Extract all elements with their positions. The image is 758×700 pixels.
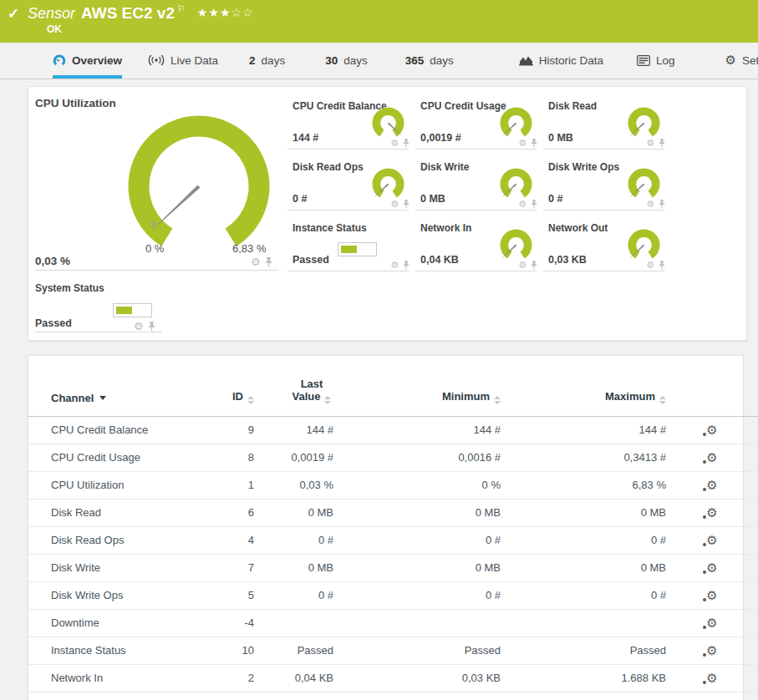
table-row[interactable]: CPU Utilization10,03 %0 %6,83 %⚙ [28,471,758,499]
mini-value: 0,03 KB [548,254,587,266]
mini-title: Network Out [548,222,608,234]
channel-settings-icon[interactable]: ⚙ [518,199,527,210]
tab-label: Live Data [170,54,218,67]
channel-settings-icon[interactable]: ⚙ [134,321,144,332]
column-header-id[interactable]: ID [183,356,254,416]
cell-minimum: 0 MB [333,554,501,581]
table-row[interactable]: Instance Status10PassedPassedPassed⚙ [28,637,758,664]
table-row[interactable]: Downtime-4⚙ [28,609,758,637]
channel-settings-icon[interactable]: ⚙ [390,138,399,149]
edit-channel-gear-icon[interactable]: ⚙ [706,671,717,686]
table-row[interactable]: Disk Write Ops50 #0 #0 #⚙ [28,581,758,609]
pin-icon[interactable] [148,322,155,332]
pin-icon[interactable] [659,139,665,148]
column-header-last-value[interactable]: Last Value [254,356,333,416]
tab-historic-data[interactable]: Historic Data [519,43,603,79]
table-row[interactable]: CPU Credit Usage80,0019 #0,0016 #0,3413 … [28,444,758,471]
tab-settings[interactable]: ⚙Settings [725,43,758,79]
cell-maximum: 0 MB [501,499,666,526]
cell-last-value: 0 MB [254,554,333,581]
cell-last-value: 144 # [254,416,333,444]
tab-overview[interactable]: Overview [53,43,122,79]
table-header-row: Channel ID Last Value Minimum Maximum [28,356,758,416]
tab-365-days[interactable]: 365days [405,43,454,79]
edit-channel-gear-icon[interactable]: ⚙ [706,561,717,576]
channel-settings-icon[interactable]: ⚙ [646,138,654,149]
channel-settings-icon[interactable]: ⚙ [646,260,654,271]
table-row[interactable]: Disk Write70 MB0 MB0 MB⚙ [28,554,758,581]
priority-stars[interactable]: ★★★☆☆ [197,6,254,19]
channel-settings-icon[interactable]: ⚙ [390,199,399,210]
cell-id: 1 [183,471,254,499]
pin-icon[interactable] [403,200,410,209]
pin-icon[interactable] [659,261,665,270]
channel-settings-icon[interactable]: ⚙ [518,260,527,271]
cell-channel: Downtime [28,609,183,637]
mini-panel-instance-status: Instance StatusPassed⚙ [287,215,415,276]
mini-title: Instance Status [293,222,367,234]
cell-last-value: 0 # [254,526,333,554]
channel-settings-icon[interactable]: ⚙ [251,256,261,267]
cell-minimum: 0,0016 # [333,444,501,471]
edit-channel-gear-icon[interactable]: ⚙ [706,588,717,603]
column-header-maximum[interactable]: Maximum [501,356,666,416]
column-header-minimum[interactable]: Minimum [333,356,501,416]
edit-channel-gear-icon[interactable]: ⚙ [706,616,717,631]
cell-maximum: 0 # [501,581,666,609]
page-title: AWS EC2 v2 [81,4,175,22]
channel-settings-icon[interactable]: ⚙ [518,138,527,149]
column-header-channel[interactable]: Channel [28,356,183,416]
cell-channel: Disk Write [28,554,183,581]
mini-title: Network In [420,222,471,234]
tab-number: 365 [405,54,425,67]
mini-value: 0 MB [420,193,445,205]
edit-channel-gear-icon[interactable]: ⚙ [706,478,717,493]
cell-maximum: 1.688 KB [501,664,666,692]
mini-value: 0,0019 # [420,132,461,144]
channel-settings-icon[interactable]: ⚙ [646,199,654,210]
cell-id: 2 [183,664,254,692]
tab-live-data[interactable]: Live Data [148,43,218,79]
pin-icon[interactable] [659,200,665,209]
edit-channel-gear-icon[interactable]: ⚙ [706,505,717,520]
mini-panel-cpu-credit-usage: CPU Credit Usage0,0019 #⚙ [415,93,543,154]
tab-log[interactable]: Log [637,43,675,79]
pin-icon[interactable] [531,200,537,209]
gear-icon: ⚙ [725,53,736,68]
channel-table-panel: Channel ID Last Value Minimum Maximum CP… [28,355,744,700]
pin-icon[interactable] [403,139,410,148]
tab-2-days[interactable]: 2days [249,43,285,79]
channel-settings-icon[interactable]: ⚙ [390,260,399,271]
tab-label: days [430,54,454,67]
table-row[interactable]: Disk Read60 MB0 MB0 MB⚙ [28,499,758,526]
edit-channel-gear-icon[interactable]: ⚙ [706,423,717,438]
cell-id: -4 [183,609,254,637]
pin-icon[interactable] [265,257,272,267]
cell-id: 9 [183,416,254,444]
mini-panel-disk-read: Disk Read0 MB⚙ [543,93,671,154]
cell-maximum: Passed [501,637,666,664]
flag-icon[interactable]: ⚐ [177,3,186,13]
edit-channel-gear-icon[interactable]: ⚙ [706,643,717,658]
mini-title: Disk Read Ops [293,161,364,173]
table-row[interactable]: CPU Credit Balance9144 #144 #144 #⚙ [28,416,758,444]
pin-icon[interactable] [531,139,537,148]
gauge-value: 0,03 % [35,255,70,267]
chart-icon [519,54,533,66]
cell-maximum: 6,83 % [501,471,666,499]
cell-channel: Network In [28,664,183,692]
pin-icon[interactable] [403,261,410,270]
mini-value: Passed [293,254,329,266]
edit-channel-gear-icon[interactable]: ⚙ [706,533,717,548]
tab-label: Historic Data [539,54,603,67]
overview-gauges-panel: CPU Utilization x̄ 0 % 6,83 % 0,03 % ⚙ S… [28,86,747,341]
edit-channel-gear-icon[interactable]: ⚙ [706,450,717,465]
cell-id: 4 [183,526,254,554]
table-row[interactable]: Network In20,04 KB0,03 KB1.688 KB⚙ [28,664,758,692]
tab-label: days [343,54,368,67]
mini-value: 0 MB [548,132,573,144]
cell-last-value: Passed [254,637,333,664]
pin-icon[interactable] [531,261,537,270]
table-row[interactable]: Disk Read Ops40 #0 #0 #⚙ [28,526,758,554]
tab-30-days[interactable]: 30days [325,43,368,79]
